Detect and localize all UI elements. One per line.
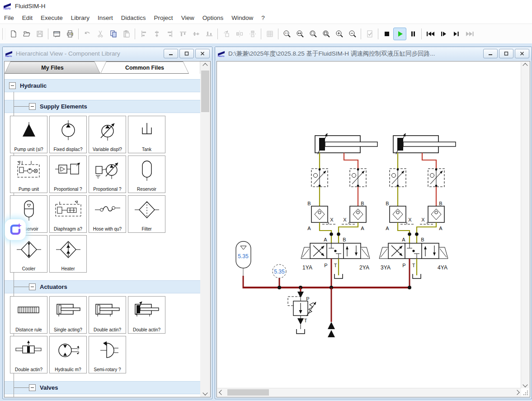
scroll-right-arrow[interactable] (513, 388, 521, 396)
zoom-out-button[interactable] (346, 28, 359, 40)
horizontal-scrollbar-thumb[interactable] (227, 389, 269, 396)
library-scrollbar[interactable] (200, 61, 210, 397)
component-tank[interactable]: Tank (128, 116, 165, 153)
fast-forward-button (463, 28, 476, 40)
component-pump-unit[interactable]: Pump unit (10, 156, 47, 193)
component-single-acting-cylinder[interactable]: Single acting? (49, 296, 87, 334)
simulate-to-end-button[interactable] (450, 28, 463, 40)
component-filter[interactable]: Filter (128, 195, 165, 233)
pressure-gauge[interactable] (273, 264, 286, 288)
pause-button[interactable] (406, 28, 419, 40)
component-distance-rule[interactable]: Distance rule (10, 296, 47, 334)
section-valves[interactable]: Valves (5, 381, 200, 394)
component-double-acting-cylinder-cushion[interactable]: Double actin? (128, 296, 165, 334)
mirror-horizontal-button (233, 28, 246, 40)
check-circuit-button (363, 28, 376, 40)
cut-button (94, 28, 107, 40)
zoom-fit-button[interactable] (306, 28, 320, 40)
align-right-button (163, 28, 176, 40)
festo-logo-icon: FESTO (3, 2, 12, 9)
component-fixed-displacement-pump[interactable]: Fixed displac? (49, 116, 87, 153)
align-top-button (176, 28, 189, 40)
align-center-button (150, 28, 163, 40)
accumulator[interactable] (236, 241, 251, 288)
mirror-vertical-button (246, 28, 259, 40)
zoom-in-button[interactable] (333, 28, 346, 40)
library-scrollbar-thumb[interactable] (201, 71, 209, 112)
close-button[interactable] (515, 49, 529, 58)
component-double-acting-cylinder[interactable]: Double actin? (89, 296, 126, 334)
new-file-button[interactable] (7, 28, 20, 40)
section-supply-elements[interactable]: Supply Elements (5, 100, 200, 113)
open-file-button[interactable] (20, 28, 33, 40)
gauge-pressure-value: 5.35 (274, 269, 285, 275)
menu-project[interactable]: Project (150, 13, 177, 23)
component-diaphragm-accumulator[interactable]: Diaphragm a? (49, 195, 87, 233)
scroll-down-arrow[interactable] (200, 389, 210, 397)
library-window-title: Hierarchical View - Component Library (16, 50, 120, 57)
tab-common-files[interactable]: Common Files (100, 61, 189, 74)
diaphragm-accumulator-icon (54, 199, 83, 222)
menu-options[interactable]: Options (198, 13, 228, 23)
menu-window[interactable]: Window (227, 13, 257, 23)
pressure-relief-valve[interactable] (288, 288, 316, 334)
component-variable-displacement-pump[interactable]: Variable displ? (89, 116, 126, 153)
section-hydraulic[interactable]: Hydraulic (5, 79, 200, 92)
minimize-button[interactable] (483, 49, 498, 58)
scroll-up-arrow[interactable] (521, 62, 529, 69)
scroll-left-arrow[interactable] (217, 388, 226, 396)
zoom-fit-width-button[interactable] (293, 28, 306, 40)
menu-execute[interactable]: Execute (37, 13, 67, 23)
circuit-diagram[interactable]: 5.35 5.35 (222, 67, 520, 383)
menu-didactics[interactable]: Didactics (117, 13, 150, 23)
reset-button[interactable] (424, 28, 437, 40)
preview-window-button[interactable] (50, 28, 63, 40)
pump-unit[interactable] (328, 288, 335, 337)
menu-view[interactable]: View (177, 13, 198, 23)
print-button[interactable] (63, 28, 76, 40)
close-button[interactable] (195, 49, 210, 58)
menu-insert[interactable]: Insert (94, 13, 117, 23)
component-proportional-pump[interactable]: Proportional ? (89, 156, 126, 193)
collapse-icon[interactable] (9, 82, 16, 89)
resize-grip[interactable] (522, 389, 529, 396)
ai-assistant-floating-button[interactable] (5, 219, 26, 240)
component-semi-rotary-actuator[interactable]: Semi-rotary ? (89, 336, 126, 373)
maximize-button[interactable] (179, 49, 194, 58)
collapse-icon[interactable] (29, 103, 36, 110)
play-button[interactable] (393, 28, 406, 40)
section-actuators[interactable]: Actuators (5, 280, 200, 293)
menu-library[interactable]: Library (67, 13, 94, 23)
menu-help[interactable]: ? (257, 13, 269, 23)
svg-text:FESTO: FESTO (4, 8, 11, 9)
circuit-vertical-scrollbar[interactable] (521, 62, 529, 388)
component-hydraulic-motor[interactable]: Hydraulic m? (49, 336, 87, 373)
stop-button[interactable] (380, 28, 393, 40)
circuit-canvas[interactable]: 5.35 5.35 (217, 62, 521, 388)
copy-button[interactable] (107, 28, 120, 40)
component-hose-quick-release[interactable]: Hose with qu? (89, 195, 126, 233)
component-heater[interactable]: Heater (49, 235, 87, 273)
tab-my-files[interactable]: My Files (5, 61, 100, 74)
menu-file[interactable]: File (0, 13, 18, 23)
component-proportional-amplifier[interactable]: Proportional ? (49, 156, 87, 193)
circuit-horizontal-scrollbar[interactable] (217, 388, 521, 396)
step-button[interactable] (437, 28, 450, 40)
toolbar-grip[interactable] (2, 28, 5, 40)
tree-connector (14, 287, 29, 287)
zoom-actual-button[interactable]: 1:1 (280, 28, 293, 40)
zoom-rect-button[interactable] (320, 28, 333, 40)
collapse-icon[interactable] (29, 283, 36, 290)
minimize-button[interactable] (164, 49, 178, 58)
component-pump-unit-simplified[interactable]: Pump unit (si? (10, 116, 47, 153)
component-reservoir[interactable]: Reservoir (128, 156, 165, 193)
check-valve-port-b-label: B (361, 201, 364, 206)
component-double-acting-through-rod[interactable]: Double actin? (10, 336, 47, 373)
collapse-icon[interactable] (29, 384, 36, 391)
component-cooler[interactable]: Cooler (10, 235, 47, 273)
maximize-button[interactable] (499, 49, 513, 58)
scroll-up-arrow[interactable] (200, 61, 210, 70)
scroll-down-arrow[interactable] (521, 381, 529, 388)
menu-edit[interactable]: Edit (18, 13, 37, 23)
fixed-displacement-pump-icon (56, 119, 81, 143)
